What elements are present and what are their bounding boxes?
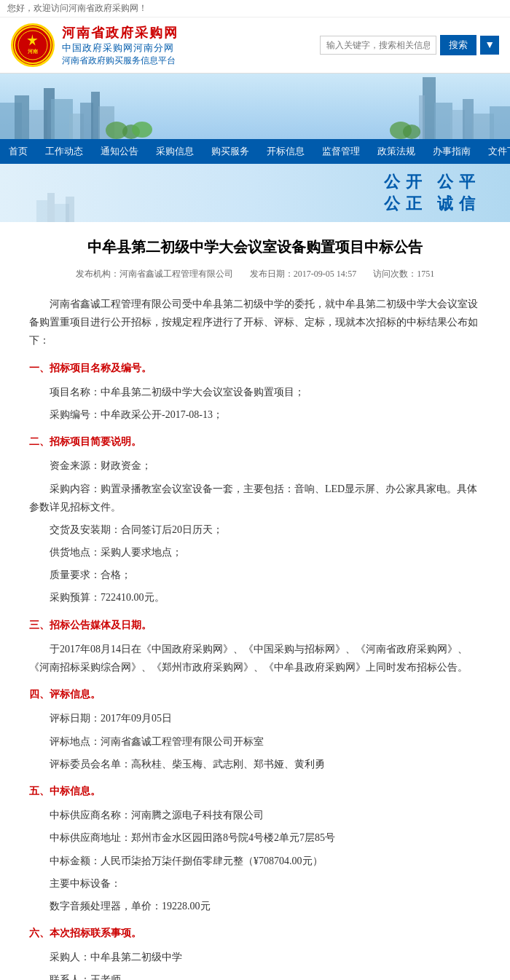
hero-banner: 公开 公平 公正 诚信 [0, 164, 510, 222]
nav-bidding-info[interactable]: 开标信息 [258, 139, 313, 164]
section4-title: 四、评标信息。 [29, 685, 481, 703]
logo-line1: 河南省政府采购网 [62, 24, 178, 42]
svg-rect-16 [434, 103, 452, 139]
main-items-title: 主要中标设备： [29, 874, 481, 893]
meta-date: 发布日期：2017-09-05 14:57 [250, 269, 356, 279]
logo-area: 河南 河南省政府采购网 中国政府采购网河南分网 河南省政府购买服务信息平台 [11, 23, 178, 67]
eval-location: 评标地点：河南省鑫诚工程管理有限公司开标室 [29, 732, 481, 751]
header: 河南 河南省政府采购网 中国政府采购网河南分网 河南省政府购买服务信息平台 搜索… [0, 17, 510, 74]
project-name: 项目名称：中牟县第二初级中学大会议室设备购置项目； [29, 383, 481, 401]
content-area: 中牟县第二初级中学大会议室设备购置项目中标公告 发布机构：河南省鑫诚工程管理有限… [0, 222, 510, 980]
main-nav: 首页 工作动态 通知公告 采购信息 购买服务 开标信息 监督管理 政策法规 办事… [0, 139, 510, 164]
hero-line2: 公正 诚信 [384, 193, 482, 215]
intro-paragraph: 河南省鑫诚工程管理有限公司受中牟县第二初级中学的委托，就中牟县第二初级中学大会议… [29, 295, 481, 350]
pub-date-info: 于2017年08月14日在《中国政府采购网》、《中国采购与招标网》、《河南省政府… [29, 640, 481, 676]
quality-req: 质量要求：合格； [29, 566, 481, 584]
section1-title: 一、招标项目名称及编号。 [29, 359, 481, 377]
nav-policy[interactable]: 政策法规 [369, 139, 424, 164]
meta-views: 访问次数：1751 [373, 269, 434, 279]
svg-rect-30 [66, 197, 74, 222]
page-title: 中牟县第二初级中学大会议室设备购置项目中标公告 [29, 237, 481, 257]
svg-point-25 [403, 125, 420, 139]
delivery-place: 供货地点：采购人要求地点； [29, 543, 481, 561]
logo-line2: 中国政府采购网河南分网 [62, 42, 178, 55]
search-area: 搜索 ▼ [320, 35, 499, 55]
nav-home[interactable]: 首页 [0, 139, 36, 164]
top-bar: 您好，欢迎访问河南省政府采购网！ [0, 0, 510, 17]
winner-name: 中标供应商名称：河南腾之源电子科技有限公司 [29, 806, 481, 824]
meta-org: 发布机构：河南省鑫诚工程管理有限公司 [76, 269, 233, 279]
nav-work-updates[interactable]: 工作动态 [36, 139, 92, 164]
svg-rect-18 [463, 99, 474, 139]
nav-guide[interactable]: 办事指南 [424, 139, 479, 164]
svg-text:河南: 河南 [28, 48, 38, 55]
svg-rect-27 [36, 200, 47, 222]
project-code: 采购编号：中牟政采公开-2017-08-13； [29, 406, 481, 424]
funds-label: 资金来源：财政资金； [29, 457, 481, 475]
svg-rect-28 [47, 193, 55, 222]
svg-rect-6 [15, 95, 29, 139]
city-banner [0, 74, 510, 139]
search-input[interactable] [320, 36, 436, 55]
nav-procurement-info[interactable]: 采购信息 [147, 139, 203, 164]
purchase-content: 采购内容：购置录播教室会议室设备一套，主要包括：音响、LED显示屏、办公家具家电… [29, 480, 481, 516]
logo-emblem: 河南 [11, 23, 55, 67]
winner-amount: 中标金额：人民币柒拾万柒仟捌佰零肆元整（¥708704.00元） [29, 852, 481, 870]
greeting-text: 您好，欢迎访问河南省政府采购网！ [7, 3, 147, 13]
svg-point-23 [132, 122, 152, 138]
delivery-period: 交货及安装期：合同签订后20日历天； [29, 521, 481, 539]
nav-file-download[interactable]: 文件下载 [479, 139, 510, 164]
svg-point-0 [15, 27, 51, 63]
dropdown-arrow[interactable]: ▼ [480, 36, 499, 55]
main-item1: 数字音频处理器，单价：19228.00元 [29, 897, 481, 915]
section3-title: 三、招标公告媒体及日期。 [29, 616, 481, 634]
hero-text-block: 公开 公平 公正 诚信 [384, 171, 482, 215]
section6-title: 六、本次招标联系事项。 [29, 924, 481, 942]
buyer: 采购人：中牟县第二初级中学 [29, 948, 481, 966]
winner-address: 中标供应商地址：郑州市金水区园田路8号院4号楼2单元7层85号 [29, 829, 481, 847]
section2-title: 二、招标项目简要说明。 [29, 432, 481, 451]
article-meta: 发布机构：河南省鑫诚工程管理有限公司 发布日期：2017-09-05 14:57… [29, 268, 481, 280]
svg-rect-20 [490, 106, 510, 139]
eval-date: 评标日期：2017年09月05日 [29, 709, 481, 727]
search-button[interactable]: 搜索 [440, 35, 476, 55]
nav-supervision[interactable]: 监督管理 [313, 139, 369, 164]
hero-line1: 公开 公平 [384, 171, 482, 193]
nav-purchase-service[interactable]: 购买服务 [203, 139, 258, 164]
contact1: 联系人：王老师 [29, 971, 481, 980]
logo-text-block: 河南省政府采购网 中国政府采购网河南分网 河南省政府购买服务信息平台 [62, 24, 178, 67]
article-body: 河南省鑫诚工程管理有限公司受中牟县第二初级中学的委托，就中牟县第二初级中学大会议… [29, 295, 481, 980]
budget: 采购预算：722410.00元。 [29, 588, 481, 606]
eval-committee: 评标委员会名单：高秋桂、柴玉梅、武志刚、郑书娅、黄利勇 [29, 755, 481, 773]
section5-title: 五、中标信息。 [29, 782, 481, 800]
nav-notices[interactable]: 通知公告 [92, 139, 147, 164]
logo-line3: 河南省政府购买服务信息平台 [62, 55, 178, 67]
